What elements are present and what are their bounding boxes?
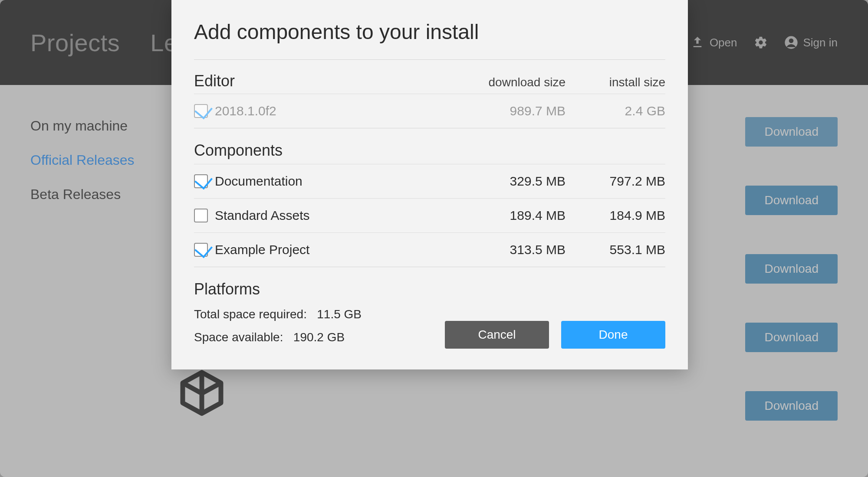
editor-row: 2018.1.0f2 989.7 MB 2.4 GB <box>194 94 665 128</box>
divider <box>194 267 665 267</box>
divider <box>194 128 665 128</box>
component-standard-assets: Standard Assets 189.4 MB 184.9 MB <box>194 198 665 232</box>
total-space-value: 11.5 GB <box>317 307 362 321</box>
space-available-value: 190.2 GB <box>293 330 345 344</box>
total-space-label: Total space required: <box>194 307 307 321</box>
col-download-size: download size <box>466 75 566 89</box>
dialog-title: Add components to your install <box>194 20 665 44</box>
editor-checkbox <box>194 104 208 118</box>
component-label: Documentation <box>215 174 302 189</box>
editor-download-size: 989.7 MB <box>466 104 566 118</box>
editor-section-title: Editor <box>194 72 466 90</box>
component-install-size: 553.1 MB <box>566 242 665 257</box>
component-download-size: 189.4 MB <box>466 208 566 223</box>
components-title: Components <box>194 141 665 160</box>
component-download-size: 329.5 MB <box>466 174 566 189</box>
editor-install-size: 2.4 GB <box>566 104 665 118</box>
divider <box>194 59 665 60</box>
documentation-checkbox[interactable] <box>194 174 208 188</box>
space-info: Total space required: 11.5 GB Space avai… <box>194 303 445 349</box>
space-available-label: Space available: <box>194 330 283 344</box>
editor-version: 2018.1.0f2 <box>215 104 276 118</box>
component-install-size: 184.9 MB <box>566 208 665 223</box>
component-install-size: 797.2 MB <box>566 174 665 189</box>
component-download-size: 313.5 MB <box>466 242 566 257</box>
col-install-size: install size <box>566 75 665 89</box>
dialog-footer: Total space required: 11.5 GB Space avai… <box>194 303 665 349</box>
component-label: Example Project <box>215 242 309 257</box>
editor-header: Editor download size install size <box>194 72 665 90</box>
component-label: Standard Assets <box>215 208 309 223</box>
platforms-title: Platforms <box>194 280 665 298</box>
cancel-button[interactable]: Cancel <box>445 321 549 349</box>
component-example-project: Example Project 313.5 MB 553.1 MB <box>194 232 665 267</box>
example-project-checkbox[interactable] <box>194 243 208 257</box>
add-components-dialog: Add components to your install Editor do… <box>171 0 688 369</box>
component-documentation: Documentation 329.5 MB 797.2 MB <box>194 164 665 198</box>
done-button[interactable]: Done <box>561 321 665 349</box>
standard-assets-checkbox[interactable] <box>194 209 208 222</box>
